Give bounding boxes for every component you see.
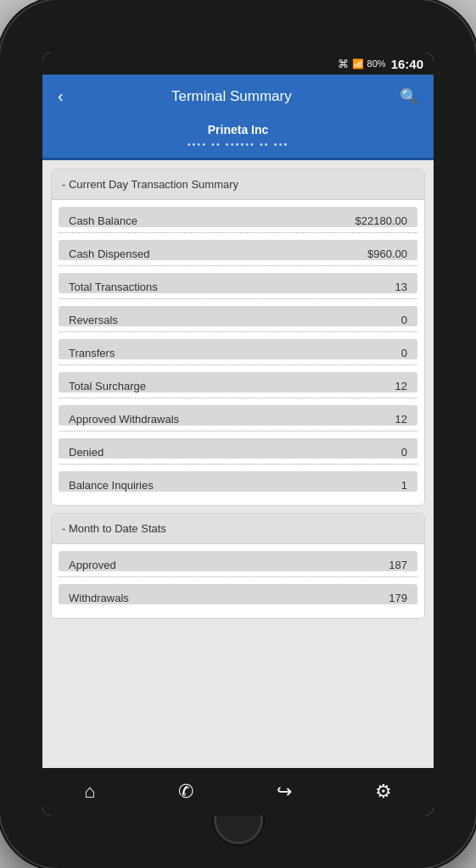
month-to-date-title: - Month to Date Stats — [52, 514, 424, 544]
row-value: 0 — [401, 314, 407, 326]
company-id: •••• •• •••••• •• ••• — [51, 139, 425, 149]
row-label: Balance Inquiries — [69, 479, 154, 492]
list-item: Approved Withdrawals12 — [52, 405, 424, 438]
app-header: ‹ Terminal Summary 🔍 — [42, 75, 434, 118]
row-label: Approved — [69, 559, 116, 571]
row-divider — [59, 298, 417, 299]
month-to-date-section: - Month to Date Stats Approved187Withdra… — [51, 513, 425, 619]
row-value: 1 — [401, 479, 407, 492]
phone-screen: ⌘ 📶 80% 16:40 ‹ Terminal Summary 🔍 Prine… — [42, 53, 434, 815]
table-row: Transfers0 — [59, 339, 417, 359]
list-item: Reversals0 — [52, 306, 424, 339]
status-icons: ⌘ 📶 80% — [338, 58, 386, 70]
table-row: Denied0 — [59, 438, 417, 459]
row-divider — [59, 464, 417, 465]
list-item: Balance Inquiries1 — [52, 471, 424, 498]
table-row: Reversals0 — [59, 306, 417, 326]
table-row: Total Surcharge12 — [59, 372, 417, 392]
logout-nav-button[interactable]: ↪ — [263, 777, 305, 806]
settings-nav-button[interactable]: ⚙ — [361, 777, 406, 806]
row-divider — [59, 431, 417, 431]
bottom-nav: ⌂✆↪⚙ — [42, 768, 434, 815]
wifi-icon: ⌘ — [338, 58, 349, 70]
list-item: Total Transactions13 — [52, 273, 424, 306]
row-label: Transfers — [69, 347, 115, 359]
content-area: - Current Day Transaction Summary Cash B… — [42, 160, 434, 768]
table-row: Approved Withdrawals12 — [59, 405, 417, 426]
list-item: Denied0 — [52, 438, 424, 471]
list-item: Total Surcharge12 — [52, 372, 424, 405]
row-value: $22180.00 — [356, 214, 407, 227]
table-row: Cash Balance$22180.00 — [59, 207, 417, 227]
row-value: 12 — [395, 380, 407, 392]
page-title: Terminal Summary — [76, 88, 388, 105]
list-item: Withdrawals179 — [52, 584, 424, 611]
search-button[interactable]: 🔍 — [396, 84, 422, 109]
row-divider — [59, 364, 417, 365]
table-row: Withdrawals179 — [59, 584, 417, 604]
current-day-title: - Current Day Transaction Summary — [52, 170, 424, 200]
row-label: Total Transactions — [69, 281, 158, 293]
row-divider — [59, 232, 417, 233]
list-item: Transfers0 — [52, 339, 424, 372]
row-label: Cash Dispensed — [69, 248, 149, 260]
row-label: Cash Balance — [69, 214, 137, 227]
table-row: Balance Inquiries1 — [59, 471, 417, 492]
table-row: Total Transactions13 — [59, 273, 417, 293]
row-label: Approved Withdrawals — [69, 413, 179, 426]
row-label: Reversals — [69, 314, 118, 326]
row-divider — [59, 265, 417, 266]
row-value: 12 — [395, 413, 407, 426]
current-day-section: - Current Day Transaction Summary Cash B… — [51, 169, 425, 506]
row-value: $960.00 — [367, 248, 407, 260]
row-value: 0 — [401, 347, 407, 359]
row-label: Withdrawals — [69, 592, 129, 604]
row-value: 13 — [395, 281, 407, 293]
home-nav-button[interactable]: ⌂ — [70, 777, 109, 806]
row-value: 179 — [389, 592, 407, 604]
company-banner: Prineta Inc •••• •• •••••• •• ••• — [42, 118, 434, 160]
row-divider — [59, 331, 417, 332]
table-row: Approved187 — [59, 551, 417, 571]
phone-nav-button[interactable]: ✆ — [165, 777, 207, 806]
current-day-rows: Cash Balance$22180.00Cash Dispensed$960.… — [52, 200, 424, 505]
signal-icon: 📶 — [352, 58, 364, 70]
row-divider — [59, 398, 417, 398]
back-button[interactable]: ‹ — [54, 83, 67, 109]
list-item: Approved187 — [52, 551, 424, 584]
row-label: Total Surcharge — [69, 380, 146, 392]
clock: 16:40 — [391, 57, 423, 71]
list-item: Cash Dispensed$960.00 — [52, 240, 424, 273]
row-divider — [59, 576, 417, 577]
phone-frame: ⌘ 📶 80% 16:40 ‹ Terminal Summary 🔍 Prine… — [0, 0, 476, 868]
row-value: 0 — [401, 446, 407, 459]
list-item: Cash Balance$22180.00 — [52, 207, 424, 240]
company-name: Prineta Inc — [51, 123, 425, 136]
row-value: 187 — [389, 559, 407, 571]
row-label: Denied — [69, 446, 104, 459]
month-to-date-rows: Approved187Withdrawals179 — [52, 544, 424, 618]
status-bar: ⌘ 📶 80% 16:40 — [42, 53, 434, 75]
table-row: Cash Dispensed$960.00 — [59, 240, 417, 260]
battery-indicator: 80% — [367, 58, 386, 69]
